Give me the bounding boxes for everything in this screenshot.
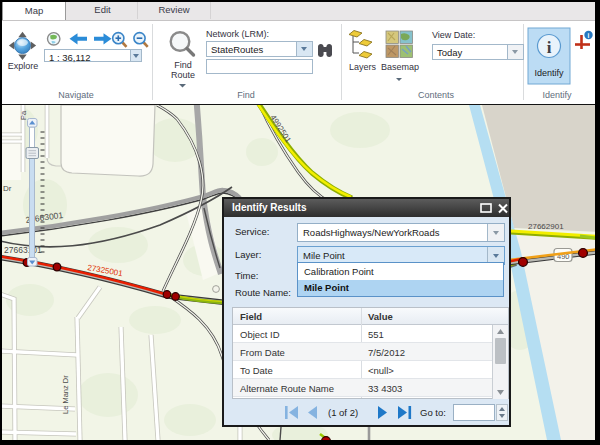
svg-text:27663101: 27663101	[4, 245, 42, 255]
svg-text:Dr: Dr	[3, 184, 12, 193]
svg-text:27662901: 27662901	[528, 222, 564, 231]
svg-text:Identify: Identify	[534, 68, 564, 78]
svg-text:i: i	[588, 32, 590, 39]
svg-text:Le Manz Dr: Le Manz Dr	[61, 375, 70, 414]
svg-text:Pa: Pa	[19, 110, 28, 120]
svg-text:i: i	[547, 38, 552, 57]
